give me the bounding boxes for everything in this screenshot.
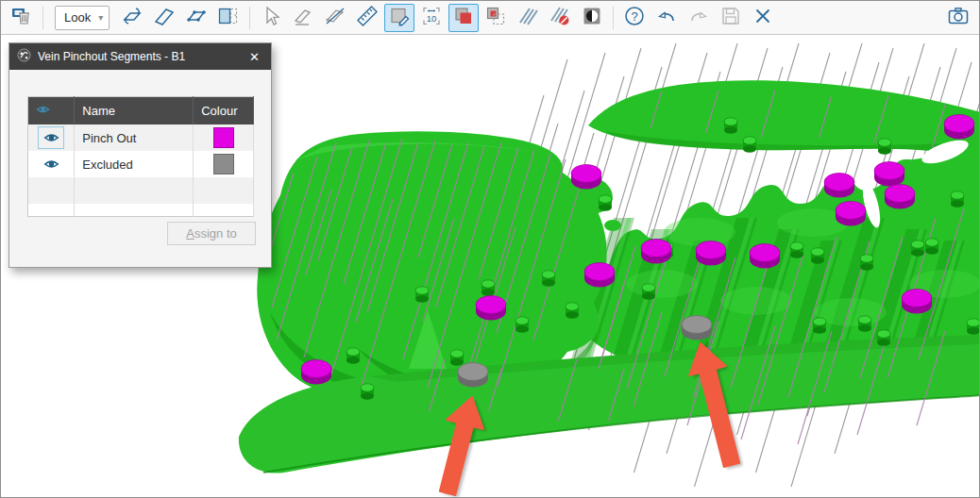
segment-colour[interactable] xyxy=(194,151,254,177)
help-button[interactable]: ? xyxy=(619,4,650,32)
pinchout-disc[interactable] xyxy=(902,290,932,314)
segment-name[interactable]: Pinch Out xyxy=(75,124,194,151)
interval-marker xyxy=(878,139,891,155)
interval-marker xyxy=(724,118,737,134)
excluded-disc[interactable] xyxy=(682,316,712,340)
interval-marker xyxy=(361,384,374,400)
move-plane-button[interactable] xyxy=(117,4,147,32)
slicer-shape-dropdown-button[interactable] xyxy=(213,4,244,32)
segment-row[interactable]: Excluded xyxy=(28,151,254,177)
svg-text:10: 10 xyxy=(427,12,437,23)
screenshot-camera-button[interactable] xyxy=(943,4,973,32)
name-column-header[interactable]: Name xyxy=(75,97,194,125)
interval-marker xyxy=(860,255,873,271)
select-objects-button[interactable] xyxy=(256,4,286,32)
interval-marker xyxy=(482,280,495,296)
visibility-toggle[interactable] xyxy=(28,151,75,177)
clear-scene-icon xyxy=(10,5,33,31)
redo-button xyxy=(684,4,714,32)
segment-colour[interactable] xyxy=(194,124,254,151)
undo-button[interactable] xyxy=(651,4,682,32)
close-button[interactable] xyxy=(748,4,778,32)
dialog-close-icon[interactable]: ✕ xyxy=(245,50,263,64)
excluded-disc[interactable] xyxy=(458,363,488,388)
scene-toolbar: Look▾10? xyxy=(1,1,979,35)
interval-marker xyxy=(599,195,612,211)
segment-row[interactable]: Pinch Out xyxy=(28,124,254,151)
screenshot-camera-icon xyxy=(947,5,970,31)
edit-plane-button[interactable] xyxy=(181,4,211,32)
look-dropdown-value: Look xyxy=(64,10,91,25)
pinchout-disc[interactable] xyxy=(944,115,974,140)
dialog-title-bar[interactable]: Vein Pinchout Segments - B1 ✕ xyxy=(9,43,271,70)
hide-traces-button[interactable] xyxy=(545,4,575,32)
visibility-column-header[interactable] xyxy=(28,97,75,125)
pinchout-disc[interactable] xyxy=(824,174,854,198)
contrast-button[interactable] xyxy=(577,4,607,32)
pinchout-disc[interactable] xyxy=(836,202,866,226)
pinchout-disc[interactable] xyxy=(696,241,726,266)
interval-marker xyxy=(515,317,529,333)
undo-icon xyxy=(655,5,678,31)
application-window: Look▾10? Vein Pinchout Segments - B1 ✕ N… xyxy=(0,0,980,498)
edit-polyline-button[interactable] xyxy=(320,4,350,32)
show-traces-button[interactable] xyxy=(513,4,543,32)
interval-marker xyxy=(642,284,655,300)
help-icon: ? xyxy=(623,5,646,31)
pinchout-disc[interactable] xyxy=(476,296,506,321)
interval-marker xyxy=(813,318,826,334)
pinchout-disc[interactable] xyxy=(885,185,915,209)
measure-ruler-button[interactable] xyxy=(352,4,382,32)
draw-plane-icon xyxy=(153,5,176,31)
pinchout-disc[interactable] xyxy=(584,263,615,288)
save-button xyxy=(716,4,746,32)
toolbar-separator xyxy=(613,7,614,29)
interval-marker xyxy=(566,303,579,319)
assign-to-selection-button[interactable] xyxy=(448,4,479,32)
look-dropdown[interactable]: Look▾ xyxy=(55,6,110,30)
segment-name[interactable]: Excluded xyxy=(75,151,194,177)
pinchout-disc[interactable] xyxy=(641,240,671,264)
interval-length-icon: 10 xyxy=(420,5,443,31)
pinchout-disc[interactable] xyxy=(571,165,601,190)
clear-scene-button[interactable] xyxy=(7,4,37,32)
pinchout-disc[interactable] xyxy=(301,360,331,385)
draw-plane-button[interactable] xyxy=(149,4,179,32)
colour-column-header[interactable]: Colour xyxy=(194,97,254,125)
empty-row xyxy=(28,204,254,217)
interval-marker xyxy=(743,137,756,153)
segments-table: Name Colour Pinch OutExcluded xyxy=(27,96,254,217)
draw-polyline-button[interactable] xyxy=(288,4,318,32)
assign-to-button[interactable]: Assign to xyxy=(167,222,256,245)
dialog-icon xyxy=(17,48,31,65)
interval-marker xyxy=(450,350,464,366)
interval-marker xyxy=(415,287,429,303)
empty-row xyxy=(28,177,254,204)
clear-selection-icon xyxy=(484,5,507,31)
edit-plane-icon xyxy=(185,5,208,31)
interval-length-button[interactable]: 10 xyxy=(416,4,447,32)
pinchout-disc[interactable] xyxy=(874,162,904,187)
edit-polyline-icon xyxy=(324,5,346,31)
draw-polyline-icon xyxy=(292,5,314,31)
contrast-icon xyxy=(581,5,603,31)
clear-selection-button[interactable] xyxy=(481,4,511,32)
assign-to-selection-icon xyxy=(452,5,475,31)
draw-intervals-button[interactable] xyxy=(384,4,414,32)
svg-text:?: ? xyxy=(632,8,638,23)
toolbar-separator xyxy=(42,7,43,29)
pinchout-disc[interactable] xyxy=(750,244,780,269)
interval-marker xyxy=(542,271,555,287)
vein-pinchout-segments-dialog: Vein Pinchout Segments - B1 ✕ Name Colou… xyxy=(8,42,272,268)
chevron-down-icon: ▾ xyxy=(98,12,103,23)
interval-marker xyxy=(967,319,980,335)
interval-marker xyxy=(811,248,824,264)
dialog-title: Vein Pinchout Segments - B1 xyxy=(38,50,239,63)
interval-marker xyxy=(858,316,871,332)
close-icon xyxy=(752,5,774,31)
visibility-toggle[interactable] xyxy=(28,124,75,151)
select-objects-icon xyxy=(260,5,282,31)
hide-traces-icon xyxy=(549,5,571,31)
draw-intervals-icon xyxy=(388,5,411,31)
slicer-shape-dropdown-icon xyxy=(217,5,240,31)
